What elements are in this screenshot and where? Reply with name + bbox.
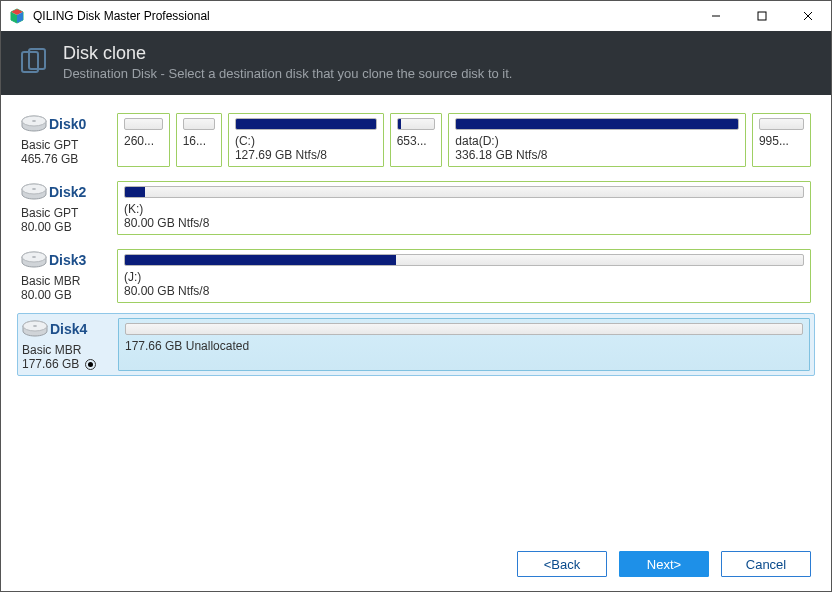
disk-row[interactable]: Disk0Basic GPT465.76 GB260...16...(C:)12…: [21, 113, 811, 167]
usage-bar: [183, 118, 215, 130]
svg-point-15: [32, 188, 36, 190]
partition-label: (K:): [124, 202, 804, 216]
disk-type: Basic GPT: [21, 206, 117, 220]
partition-size: 80.00 GB Ntfs/8: [124, 284, 804, 298]
disk-icon: [22, 320, 48, 342]
partition-label: (J:): [124, 270, 804, 284]
disk-icon: [21, 115, 47, 137]
disk-radio[interactable]: [85, 359, 96, 370]
partition-size: 16...: [183, 134, 215, 148]
partition-size: 336.18 GB Ntfs/8: [455, 148, 739, 162]
disk-list: Disk0Basic GPT465.76 GB260...16...(C:)12…: [1, 95, 831, 543]
partition-size: 177.66 GB Unallocated: [125, 339, 803, 353]
svg-point-12: [32, 120, 36, 122]
maximize-button[interactable]: [739, 1, 785, 31]
disk-size: 80.00 GB: [21, 288, 117, 302]
page-header: Disk clone Destination Disk - Select a d…: [1, 31, 831, 95]
usage-bar: [124, 254, 804, 266]
partition[interactable]: (K:)80.00 GB Ntfs/8: [117, 181, 811, 235]
next-button[interactable]: Next>: [619, 551, 709, 577]
disk-info: Disk0Basic GPT465.76 GB: [21, 113, 117, 167]
footer: <Back Next> Cancel: [1, 543, 831, 591]
disk-name: Disk4: [50, 321, 87, 337]
partition-size: 260...: [124, 134, 163, 148]
partition[interactable]: 16...: [176, 113, 222, 167]
svg-point-21: [33, 325, 37, 327]
titlebar: QILING Disk Master Professional: [1, 1, 831, 31]
partition[interactable]: (J:)80.00 GB Ntfs/8: [117, 249, 811, 303]
usage-bar: [759, 118, 804, 130]
partition-size: 127.69 GB Ntfs/8: [235, 148, 377, 162]
partition-size: 80.00 GB Ntfs/8: [124, 216, 804, 230]
disk-type: Basic MBR: [21, 274, 117, 288]
partition-list: (K:)80.00 GB Ntfs/8: [117, 181, 811, 235]
disk-size: 80.00 GB: [21, 220, 117, 234]
window-title: QILING Disk Master Professional: [33, 9, 693, 23]
usage-bar: [235, 118, 377, 130]
partition[interactable]: 995...: [752, 113, 811, 167]
usage-bar: [124, 118, 163, 130]
app-logo-icon: [9, 8, 25, 24]
disk-icon: [21, 251, 47, 273]
disk-row[interactable]: Disk4Basic MBR177.66 GB 177.66 GB Unallo…: [17, 313, 815, 376]
page-subtitle: Destination Disk - Select a destination …: [63, 66, 512, 81]
usage-bar: [124, 186, 804, 198]
close-button[interactable]: [785, 1, 831, 31]
usage-bar: [125, 323, 803, 335]
minimize-button[interactable]: [693, 1, 739, 31]
partition[interactable]: 260...: [117, 113, 170, 167]
partition[interactable]: 653...: [390, 113, 443, 167]
partition-size: 995...: [759, 134, 804, 148]
disk-icon: [21, 183, 47, 205]
usage-bar: [455, 118, 739, 130]
partition-list: 260...16...(C:)127.69 GB Ntfs/8653...dat…: [117, 113, 811, 167]
partition[interactable]: 177.66 GB Unallocated: [118, 318, 810, 371]
partition-label: data(D:): [455, 134, 739, 148]
partition-list: 177.66 GB Unallocated: [118, 318, 810, 371]
disk-name: Disk0: [49, 116, 86, 132]
disk-name: Disk2: [49, 184, 86, 200]
disk-size: 177.66 GB: [22, 357, 118, 371]
back-button[interactable]: <Back: [517, 551, 607, 577]
disk-type: Basic GPT: [21, 138, 117, 152]
page-title: Disk clone: [63, 43, 512, 64]
disk-size: 465.76 GB: [21, 152, 117, 166]
partition[interactable]: (C:)127.69 GB Ntfs/8: [228, 113, 384, 167]
disk-row[interactable]: Disk2Basic GPT80.00 GB(K:)80.00 GB Ntfs/…: [21, 181, 811, 235]
disk-info: Disk2Basic GPT80.00 GB: [21, 181, 117, 235]
disk-row[interactable]: Disk3Basic MBR80.00 GB(J:)80.00 GB Ntfs/…: [21, 249, 811, 303]
disk-info: Disk4Basic MBR177.66 GB: [22, 318, 118, 371]
partition-label: (C:): [235, 134, 377, 148]
usage-bar: [397, 118, 436, 130]
clone-icon: [19, 47, 49, 77]
disk-name: Disk3: [49, 252, 86, 268]
partition-size: 653...: [397, 134, 436, 148]
partition-list: (J:)80.00 GB Ntfs/8: [117, 249, 811, 303]
cancel-button[interactable]: Cancel: [721, 551, 811, 577]
disk-type: Basic MBR: [22, 343, 118, 357]
disk-info: Disk3Basic MBR80.00 GB: [21, 249, 117, 303]
svg-point-18: [32, 256, 36, 258]
partition[interactable]: data(D:)336.18 GB Ntfs/8: [448, 113, 746, 167]
svg-rect-5: [758, 12, 766, 20]
